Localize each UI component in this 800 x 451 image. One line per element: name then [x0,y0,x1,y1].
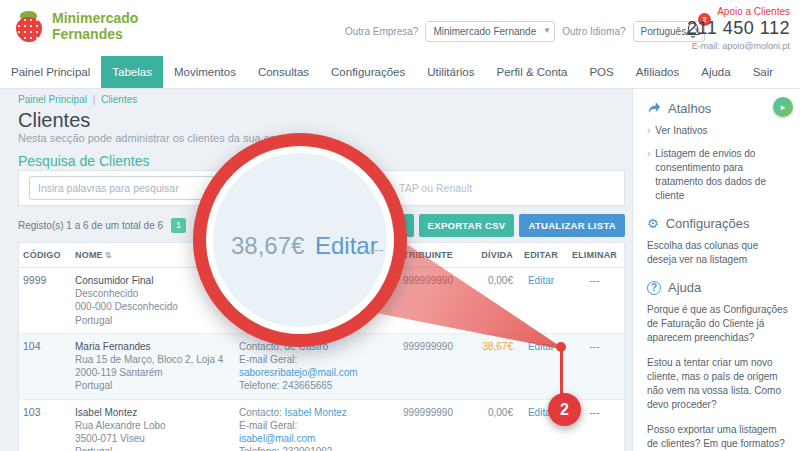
question-icon: ? [647,281,661,295]
breadcrumb-separator: | [93,94,96,105]
search-section-heading: Pesquisa de Clientes [18,151,625,170]
page-title: Clientes [18,109,625,132]
shortcuts-title: Atalhos [668,101,711,116]
nav-afiliados[interactable]: Afiliados [625,56,690,88]
breadcrumb-clientes[interactable]: Clientes [101,94,137,105]
nav-configuracoes[interactable]: Configurações [320,56,416,88]
language-select-value: Português [641,26,687,37]
caret-icon: › [647,124,650,138]
settings-columns-link[interactable]: Escolha das colunas que deseja ver na li… [647,239,788,267]
help-title: Ajuda [668,280,701,295]
nav-movimentos[interactable]: Movimentos [163,56,247,88]
support-phone: 211 450 112 [687,18,790,39]
col-editar: EDITAR [517,243,565,267]
nav-ajuda[interactable]: Ajuda [690,56,741,88]
contact-email-link[interactable]: isabel@mail.com [239,432,367,445]
col-eliminar: ELIMINAR [565,243,624,267]
delete-client-cell: --- [565,400,624,451]
breadcrumb: Painel Principal | Clientes [18,94,625,109]
contact-email-link[interactable]: saboresribatejo@mail.com [239,366,367,379]
nav-consultas[interactable]: Consultas [247,56,320,88]
clients-table: CÓDIGO NOME⇅ CONTACTO CONTRIBUINTE DÍVID… [18,242,625,451]
main-navigation: Painel Principal Tabelas Movimentos Cons… [0,56,800,89]
client-code: 104 [19,334,71,399]
nav-tabelas[interactable]: Tabelas [101,56,163,88]
contact-name-link[interactable]: de Castro [285,341,328,352]
col-codigo[interactable]: CÓDIGO [19,243,71,267]
breadcrumb-painel-principal[interactable]: Painel Principal [18,94,87,105]
main-content: Painel Principal | Clientes Clientes Nes… [0,89,632,451]
client-contact-cell [235,268,371,333]
sort-icon: ⇅ [105,251,112,260]
help-link[interactable]: Estou a tentar criar um novo cliente, ma… [647,356,788,412]
caret-icon: › [647,147,650,203]
search-input[interactable] [29,176,359,200]
shortcut-arrow-icon [647,101,661,116]
settings-title: Configurações [666,216,750,231]
help-link[interactable]: Posso exportar uma listagem de clientes?… [647,423,788,451]
settings-section: ⚙ Configurações Escolha das colunas que … [647,216,788,267]
company-select-value: Minimercado Fernande [433,26,536,37]
nav-painel-principal[interactable]: Painel Principal [0,56,101,88]
company-name: Minimercado Fernandes [52,10,138,42]
col-contacto[interactable]: CONTACTO [235,243,371,267]
page-number-badge[interactable]: 1 [171,218,186,233]
support-label: Apoio a Clientes [687,6,790,17]
shortcut-listagem-consentimento[interactable]: › Listagem de envios do consentimento pa… [647,147,788,203]
nav-utilitarios[interactable]: Utilitários [416,56,485,88]
support-block: Apoio a Clientes 211 450 112 E-mail: apo… [687,6,790,51]
chevron-down-icon: ▾ [545,25,550,35]
shortcuts-section: Atalhos › Ver Inativos › Listagem de env… [647,101,788,203]
nav-pos[interactable]: POS [578,56,624,88]
col-nome[interactable]: NOME⇅ [71,243,235,267]
nav-sair[interactable]: Sair [742,56,784,88]
col-contribuinte[interactable]: CONTRIBUINTE [371,243,457,267]
client-nif: 999999990 [371,400,457,451]
right-sidebar: ▸ Atalhos › Ver Inativos › Listagem de e… [632,89,800,451]
company-select[interactable]: Minimercado Fernande ▾ [425,21,555,42]
edit-client-link[interactable]: Editar [528,341,554,352]
table-row: 103 Isabel Montez Rua Alexandre Lobo 350… [19,400,624,451]
help-link[interactable]: Porque é que as Configurações de Faturaç… [647,303,788,345]
client-code: 103 [19,400,71,451]
brand-logo[interactable]: Minimercado Fernandes [14,8,138,44]
client-debt: 0,00€ [457,400,517,451]
col-divida[interactable]: DÍVIDA [457,243,517,267]
contact-name-link[interactable]: Isabel Montez [285,407,347,418]
edit-client-link[interactable]: Editar [528,275,554,286]
search-hint: TAP ou Renault [399,182,472,194]
results-toolbar: Registo(s) 1 a 6 de um total de 6 1 EXPO… [18,214,625,236]
refresh-list-button[interactable]: ATUALIZAR LISTA [519,214,625,237]
export-pdf-button[interactable]: EXPORTAR PDF [318,214,413,237]
app-window: Minimercado Fernandes Outra Empresa? Min… [0,0,800,451]
client-nif: 999999990 [371,334,457,399]
edit-client-link[interactable]: Editar [528,407,554,418]
other-language-label: Outro Idioma? [562,26,625,37]
delete-client-cell: --- [565,334,624,399]
collapse-sidebar-button[interactable]: ▸ [773,97,793,117]
search-panel: TAP ou Renault [18,170,625,206]
client-name-cell: Isabel Montez Rua Alexandre Lobo 3500-07… [71,400,235,451]
client-nif: 999999990 [371,268,457,333]
shortcut-ver-inativos[interactable]: › Ver Inativos [647,124,788,138]
table-row: 104 Maria Fernandes Rua 15 de Março, Blo… [19,334,624,400]
export-csv-button[interactable]: EXPORTAR CSV [419,214,515,237]
top-header: Minimercado Fernandes Outra Empresa? Min… [0,0,800,56]
client-debt: 38,67€ [457,334,517,399]
client-contact-cell: Contacto: de Castro E-mail Geral: sabore… [235,334,371,399]
strawberry-logo-icon [14,8,44,44]
client-debt: 0,00€ [457,268,517,333]
support-email: E-mail: apoio@moloni.pt [687,41,790,51]
client-contact-cell: Contacto: Isabel Montez E-mail Geral: is… [235,400,371,451]
page-subtitle: Nesta secção pode administrar os cliente… [18,132,625,151]
client-name-cell: Maria Fernandes Rua 15 de Março, Bloco 2… [71,334,235,399]
gear-icon: ⚙ [647,217,659,230]
help-section: ? Ajuda Porque é que as Configurações de… [647,280,788,451]
delete-client-cell: --- [565,268,624,333]
nav-perfil-conta[interactable]: Perfil & Conta [486,56,579,88]
table-header-row: CÓDIGO NOME⇅ CONTACTO CONTRIBUINTE DÍVID… [19,243,624,268]
other-company-label: Outra Empresa? [345,26,418,37]
client-code: 9999 [19,268,71,333]
table-row: 9999 Consumidor Final Desconhecido 000-0… [19,268,624,334]
results-info: Registo(s) 1 a 6 de um total de 6 [18,220,163,231]
